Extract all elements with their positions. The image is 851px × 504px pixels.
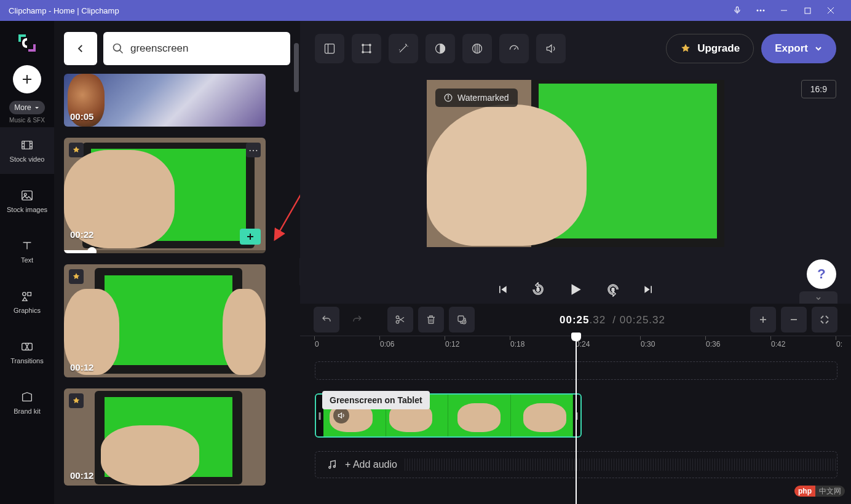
premium-badge-icon	[69, 393, 84, 408]
svg-point-31	[362, 52, 364, 53]
thumb-duration: 00:12	[70, 362, 93, 372]
svg-point-52	[333, 466, 335, 468]
timeline-expand-button[interactable]	[799, 291, 837, 305]
thumb-duration: 00:22	[70, 229, 93, 240]
layout-icon[interactable]	[315, 34, 344, 63]
panel-scrollbar[interactable]	[294, 43, 299, 92]
stock-thumb[interactable]: 00:05	[64, 74, 266, 127]
split-button[interactable]	[387, 307, 413, 333]
aspect-ratio-button[interactable]: 16:9	[801, 80, 836, 98]
skip-end-button[interactable]	[643, 283, 655, 296]
clip-audio-icon[interactable]	[333, 408, 349, 423]
rail-brand-kit[interactable]: Brand kit	[0, 379, 54, 426]
music-sfx-label: Music & SFX	[9, 117, 45, 124]
svg-rect-0	[736, 7, 738, 11]
back-button[interactable]	[64, 32, 97, 65]
info-icon	[444, 93, 453, 102]
app-logo	[12, 28, 42, 58]
audio-placeholder: + Add audio	[345, 459, 397, 470]
rail-transitions[interactable]: Transitions	[0, 329, 54, 376]
add-media-button[interactable]	[13, 65, 41, 93]
thumb-progress[interactable]	[64, 250, 266, 253]
rail-text[interactable]: Text	[0, 228, 54, 275]
svg-text:5: 5	[612, 287, 615, 293]
search-icon	[112, 42, 124, 55]
mic-icon[interactable]	[726, 0, 749, 21]
more-icon[interactable]	[749, 0, 772, 21]
thumb-duration: 00:12	[70, 470, 93, 481]
svg-point-21	[114, 44, 121, 52]
export-button[interactable]: Export	[761, 34, 836, 63]
svg-rect-10	[22, 141, 33, 149]
stock-thumb[interactable]: 00:12	[64, 388, 266, 486]
undo-button[interactable]	[314, 307, 339, 333]
svg-point-32	[370, 52, 371, 53]
rewind-5-button[interactable]: 5	[531, 282, 545, 297]
contrast-icon[interactable]	[426, 34, 455, 63]
zoom-out-button[interactable]	[781, 307, 807, 333]
svg-point-51	[329, 467, 331, 468]
timeline: 00:25.32 / 00:25.32 0 0:06 0:12 0:18 0:2…	[300, 304, 851, 504]
zoom-fit-button[interactable]	[812, 307, 837, 333]
delete-button[interactable]	[418, 307, 444, 333]
titlebar: Clipchamp - Home | Clipchamp	[0, 0, 851, 21]
skip-start-button[interactable]	[496, 283, 509, 296]
watermark-badge: Watermarked	[435, 89, 518, 107]
forward-5-button[interactable]: 5	[606, 282, 620, 297]
stock-panel: 00:05 ⋯ 00:22	[54, 21, 300, 504]
svg-point-29	[362, 44, 364, 46]
video-track: Greenscreen on Tablet ║ ║	[315, 393, 851, 447]
svg-point-45	[396, 321, 399, 324]
upgrade-button[interactable]: Upgrade	[666, 34, 754, 63]
rail-stock-video[interactable]: Stock video	[0, 127, 54, 174]
svg-point-2	[760, 10, 762, 12]
close-button[interactable]	[819, 0, 842, 21]
search-box[interactable]	[103, 32, 290, 65]
zoom-in-button[interactable]	[750, 307, 776, 333]
rail-stock-images[interactable]: Stock images	[0, 178, 54, 224]
duplicate-button[interactable]	[449, 307, 475, 333]
preview-toolbar: Upgrade Export	[300, 21, 851, 76]
chevron-down-icon	[814, 44, 823, 53]
clip-right-handle[interactable]: ║	[573, 395, 580, 436]
svg-point-30	[370, 44, 371, 46]
playhead[interactable]	[576, 336, 577, 504]
svg-point-41	[448, 96, 448, 96]
add-to-timeline-button[interactable]	[240, 229, 261, 245]
minimize-button[interactable]	[772, 0, 796, 21]
search-input[interactable]	[130, 42, 282, 55]
svg-point-44	[396, 316, 399, 319]
maximize-button[interactable]	[796, 0, 819, 21]
stock-thumb[interactable]: ⋯ 00:22	[64, 138, 266, 253]
window-title: Clipchamp - Home | Clipchamp	[9, 6, 726, 15]
svg-rect-5	[805, 8, 810, 14]
premium-badge-icon	[69, 269, 84, 284]
play-button[interactable]	[568, 282, 584, 297]
video-preview[interactable]: Watermarked	[427, 80, 724, 247]
stock-thumb[interactable]: 00:12	[64, 264, 266, 377]
svg-point-1	[757, 10, 759, 12]
redo-button[interactable]	[344, 307, 370, 333]
svg-point-3	[763, 10, 765, 12]
rail-graphics[interactable]: Graphics	[0, 278, 54, 325]
music-icon	[327, 459, 338, 470]
premium-badge-icon	[69, 143, 84, 157]
side-rail: More Music & SFX Stock video Stock image…	[0, 21, 54, 504]
thumb-more-icon[interactable]: ⋯	[246, 143, 261, 157]
svg-rect-28	[363, 45, 370, 52]
more-chip[interactable]: More	[9, 101, 44, 114]
svg-point-18	[24, 193, 26, 195]
magic-icon[interactable]	[389, 34, 418, 63]
svg-text:5: 5	[537, 287, 540, 293]
volume-icon[interactable]	[536, 34, 566, 63]
audio-waveform	[405, 459, 837, 471]
preview-area: Watermarked 16:9 ? 5 5	[300, 76, 851, 304]
svg-rect-26	[325, 44, 334, 53]
speed-icon[interactable]	[499, 34, 529, 63]
crop-icon[interactable]	[352, 34, 381, 63]
filter-icon[interactable]	[462, 34, 492, 63]
source-badge: php中文网	[794, 486, 845, 497]
svg-line-22	[120, 50, 123, 53]
timeline-time: 00:25.32 / 00:25.32	[480, 313, 745, 326]
transport-controls: 5 5	[300, 270, 851, 302]
